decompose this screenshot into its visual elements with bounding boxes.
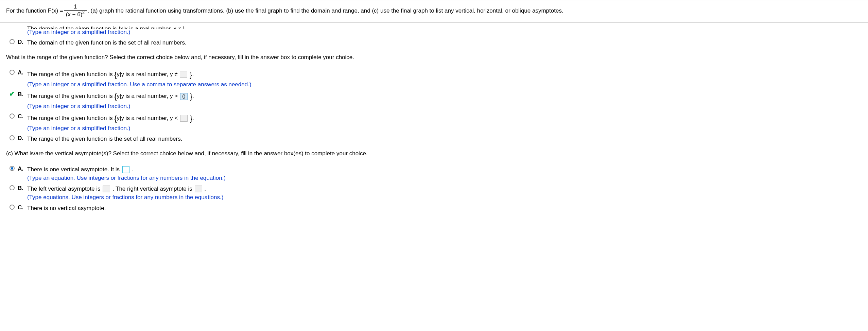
choice-text: The range of the given function is the s… <box>27 135 862 143</box>
va-b-input-left[interactable] <box>103 186 110 192</box>
choice-letter: D. <box>18 38 27 46</box>
header-suffix: , (a) graph the rational function using … <box>87 7 563 14</box>
cutoff-row: The domain of the given function is {x|x… <box>27 23 862 29</box>
range-a-radio[interactable] <box>10 70 15 75</box>
choice-letter: D. <box>18 135 27 142</box>
range-c-radio[interactable] <box>10 114 15 119</box>
choice-letter: A. <box>18 165 27 172</box>
choice-hint: (Type equations. Use integers or fractio… <box>27 194 223 201</box>
choice-letter: A. <box>18 69 27 76</box>
content-area: The domain of the given function is {x|x… <box>0 23 868 221</box>
range-a-input[interactable] <box>180 71 187 78</box>
choice-letter: B. <box>18 91 27 98</box>
choice-hint: (Type an equation. Use integers or fract… <box>27 175 226 181</box>
choice-letter: C. <box>18 204 27 211</box>
va-b-input-right[interactable] <box>195 186 202 192</box>
choice-hint: (Type an integer or a simplified fractio… <box>27 125 130 132</box>
va-a-input[interactable] <box>122 166 129 173</box>
choice-text: There is no vertical asymptote. <box>27 204 862 213</box>
header-prefix: For the function F(x) = <box>6 7 63 14</box>
choice-text: The domain of the given function is the … <box>27 38 862 47</box>
range-choice-b: ✔ B. The range of the given function is … <box>6 91 862 111</box>
choice-hint: (Type an integer or a simplified fractio… <box>27 81 251 88</box>
choice-text: The left vertical asymptote is . The rig… <box>27 185 862 202</box>
va-choice-b: B. The left vertical asymptote is . The … <box>6 185 862 202</box>
cutoff-hint: (Type an integer or a simplified fractio… <box>27 29 862 36</box>
range-choice-a: A. The range of the given function is {y… <box>6 69 862 89</box>
va-b-radio[interactable] <box>10 185 15 190</box>
range-prompt: What is the range of the given function?… <box>6 54 862 61</box>
numerator: 1 <box>72 4 79 10</box>
question-header: For the function F(x) = 1 (x − 6)2 , (a)… <box>0 0 868 23</box>
va-c-radio[interactable] <box>10 205 15 210</box>
range-b-input[interactable]: 0 <box>180 93 188 100</box>
choice-text: The range of the given function is {y|y … <box>27 113 862 133</box>
range-choice-c: C. The range of the given function is {y… <box>6 113 862 133</box>
choice-text: There is one vertical asymptote. It is .… <box>27 165 862 182</box>
va-choice-c: C. There is no vertical asymptote. <box>6 204 862 213</box>
radio-col <box>6 38 18 44</box>
choice-text: The range of the given function is {y|y … <box>27 69 862 89</box>
choice-hint: (Type an integer or a simplified fractio… <box>27 103 130 109</box>
choice-letter: B. <box>18 185 27 192</box>
domain-choice-d: D. The domain of the given function is t… <box>6 38 862 47</box>
correct-check-icon: ✔ <box>9 91 15 97</box>
domain-d-radio[interactable] <box>10 39 15 44</box>
choice-letter: C. <box>18 113 27 120</box>
range-d-radio[interactable] <box>10 135 15 140</box>
fraction: 1 (x − 6)2 <box>64 4 87 18</box>
va-prompt: (c) What is/are the vertical asymptote(s… <box>6 150 862 157</box>
denominator: (x − 6)2 <box>64 10 87 18</box>
va-a-radio[interactable] <box>10 166 15 171</box>
range-choice-d: D. The range of the given function is th… <box>6 135 862 143</box>
choice-text: The range of the given function is {y|y … <box>27 91 862 111</box>
range-c-input[interactable] <box>180 115 188 122</box>
va-choice-a: A. There is one vertical asymptote. It i… <box>6 165 862 182</box>
